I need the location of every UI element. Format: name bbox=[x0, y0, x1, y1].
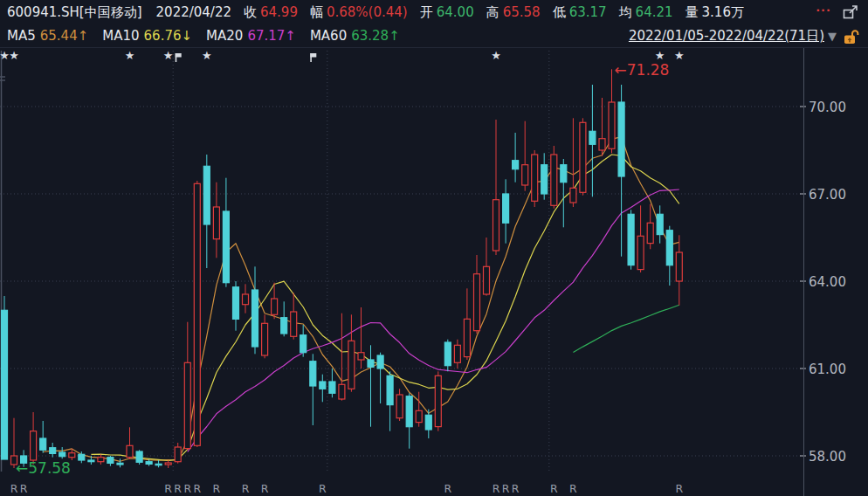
candle[interactable] bbox=[310, 354, 316, 425]
event-star-icon[interactable]: ★ bbox=[674, 49, 685, 62]
candle[interactable] bbox=[377, 353, 383, 403]
candle[interactable] bbox=[589, 85, 596, 196]
candle[interactable] bbox=[454, 340, 460, 369]
candle[interactable] bbox=[329, 369, 335, 397]
event-star-icon[interactable]: ★ bbox=[125, 49, 135, 62]
candle[interactable] bbox=[107, 456, 114, 466]
candle[interactable] bbox=[262, 314, 268, 358]
candle[interactable] bbox=[281, 301, 287, 336]
rights-marker[interactable]: R bbox=[319, 482, 327, 495]
candle[interactable] bbox=[252, 266, 258, 354]
candle[interactable] bbox=[387, 371, 393, 431]
candle[interactable] bbox=[165, 460, 171, 468]
candle[interactable] bbox=[348, 314, 355, 391]
candle[interactable] bbox=[513, 133, 519, 183]
symbol-name[interactable]: 600941.SH[中国移动] bbox=[7, 4, 142, 21]
more-indicator[interactable]: ... bbox=[816, 1, 831, 14]
date-range-link[interactable]: 2022/01/05-2022/04/22(71日) bbox=[629, 28, 824, 45]
candle[interactable] bbox=[339, 313, 345, 401]
candle[interactable] bbox=[484, 238, 490, 296]
candle[interactable] bbox=[368, 345, 374, 426]
candle[interactable] bbox=[31, 412, 37, 465]
ma-item-MA20[interactable]: MA2067.17↑ bbox=[206, 28, 296, 44]
candle[interactable] bbox=[203, 155, 210, 268]
candle[interactable] bbox=[194, 181, 200, 447]
rights-marker[interactable]: R bbox=[493, 482, 500, 495]
candle[interactable] bbox=[647, 204, 653, 250]
candle[interactable] bbox=[184, 322, 190, 451]
candle[interactable] bbox=[541, 153, 548, 199]
ma-item-MA10[interactable]: MA1066.76↓ bbox=[102, 28, 192, 44]
candle[interactable] bbox=[435, 371, 441, 431]
candle[interactable] bbox=[155, 460, 162, 467]
rights-marker[interactable]: R bbox=[444, 482, 451, 495]
chevron-down-icon[interactable]: ▼ bbox=[828, 30, 837, 43]
announcement-flag-icon[interactable] bbox=[310, 53, 316, 62]
rights-marker[interactable]: R bbox=[550, 482, 558, 495]
rights-marker[interactable]: R bbox=[193, 482, 201, 495]
candle[interactable] bbox=[425, 410, 431, 438]
candle[interactable] bbox=[561, 159, 567, 227]
rights-marker[interactable]: R bbox=[183, 482, 191, 495]
event-star-icon[interactable]: ★ bbox=[202, 49, 212, 62]
event-star-icon[interactable]: ★ bbox=[163, 49, 174, 62]
rights-marker[interactable]: R bbox=[164, 482, 172, 495]
candle[interactable] bbox=[599, 98, 605, 156]
candle[interactable] bbox=[637, 205, 644, 272]
candle[interactable] bbox=[233, 281, 239, 331]
candle[interactable] bbox=[618, 85, 624, 257]
candle[interactable] bbox=[40, 421, 46, 453]
ma-item-MA60[interactable]: MA6063.28↑ bbox=[310, 28, 400, 44]
candle[interactable] bbox=[358, 307, 364, 369]
candle[interactable] bbox=[474, 255, 480, 334]
candle[interactable] bbox=[396, 389, 403, 421]
rights-marker[interactable]: R bbox=[512, 482, 520, 495]
candle[interactable] bbox=[291, 293, 297, 339]
event-star-icon[interactable]: ★ bbox=[491, 49, 501, 62]
candle[interactable] bbox=[416, 392, 422, 427]
candle[interactable] bbox=[175, 443, 181, 464]
candle[interactable] bbox=[503, 179, 509, 243]
candle[interactable] bbox=[243, 284, 249, 313]
lock-icon[interactable] bbox=[842, 28, 861, 45]
candle[interactable] bbox=[493, 120, 499, 255]
rights-marker[interactable]: R bbox=[174, 482, 182, 495]
quote-field-0: 收64.99 bbox=[244, 4, 298, 21]
rights-marker[interactable]: R bbox=[10, 482, 18, 495]
candle[interactable] bbox=[580, 118, 586, 195]
candle[interactable] bbox=[213, 183, 219, 258]
candle[interactable] bbox=[59, 447, 65, 458]
rights-marker[interactable]: R bbox=[569, 482, 577, 495]
candle[interactable] bbox=[570, 118, 576, 207]
candle[interactable] bbox=[136, 450, 142, 465]
candle[interactable] bbox=[522, 121, 528, 191]
candle[interactable] bbox=[320, 375, 326, 403]
candle[interactable] bbox=[50, 443, 56, 458]
candle[interactable] bbox=[628, 210, 634, 269]
event-star-icon[interactable]: ★ bbox=[9, 49, 19, 62]
rights-marker[interactable]: R bbox=[261, 482, 269, 495]
candle[interactable] bbox=[464, 288, 470, 360]
candle[interactable] bbox=[551, 146, 557, 209]
rights-marker[interactable]: R bbox=[675, 482, 683, 495]
candle[interactable] bbox=[2, 296, 8, 459]
candle[interactable] bbox=[609, 69, 615, 153]
candle[interactable] bbox=[444, 340, 451, 372]
candle[interactable] bbox=[127, 427, 133, 459]
announcement-flag-icon[interactable] bbox=[176, 53, 182, 62]
candle[interactable] bbox=[406, 393, 412, 448]
screenshot-export-icon[interactable] bbox=[842, 3, 859, 21]
candle[interactable] bbox=[117, 458, 123, 467]
ma-item-MA5[interactable]: MA565.44↑ bbox=[7, 28, 88, 44]
candlestick-chart[interactable]: 70.0067.0064.0061.0058.00★★★★★★★★RRRRRRR… bbox=[0, 0, 868, 496]
candle[interactable] bbox=[300, 325, 307, 357]
candle[interactable] bbox=[532, 150, 538, 207]
rights-marker[interactable]: R bbox=[213, 482, 221, 495]
rights-marker[interactable]: R bbox=[242, 482, 250, 495]
event-star-icon[interactable]: ★ bbox=[655, 49, 665, 62]
candle[interactable] bbox=[676, 235, 682, 305]
rights-marker[interactable]: R bbox=[20, 482, 28, 495]
candle[interactable] bbox=[657, 205, 663, 243]
candle[interactable] bbox=[666, 226, 672, 286]
rights-marker[interactable]: R bbox=[502, 482, 510, 495]
